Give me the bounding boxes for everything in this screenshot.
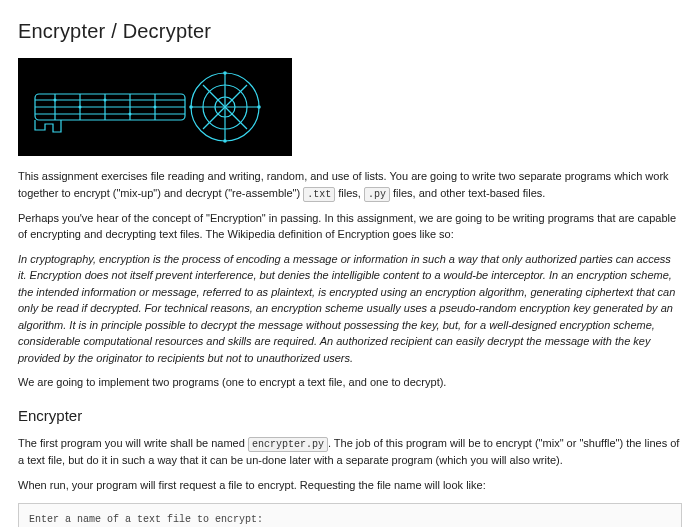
key-circuit-icon xyxy=(25,64,285,150)
prompt-block: Enter a name of a text file to encrypt: xyxy=(18,503,682,527)
svg-point-21 xyxy=(223,71,227,75)
enc1-lead: The first program you will write shall b… xyxy=(18,437,248,449)
when-run-paragraph: When run, your program will first reques… xyxy=(18,477,682,494)
hero-image xyxy=(18,58,292,156)
wikipedia-definition: In cryptography, encryption is the proce… xyxy=(18,251,682,367)
svg-point-23 xyxy=(223,139,227,143)
intro-tail: files, and other text-based files. xyxy=(390,187,545,199)
svg-point-22 xyxy=(257,105,261,109)
page-title: Encrypter / Decrypter xyxy=(18,16,682,46)
intro-paragraph: This assignment exercises file reading a… xyxy=(18,168,682,202)
svg-point-20 xyxy=(154,106,157,109)
svg-point-18 xyxy=(104,99,107,102)
two-programs-paragraph: We are going to implement two programs (… xyxy=(18,374,682,391)
svg-point-19 xyxy=(129,113,132,116)
concept-paragraph: Perhaps you've hear of the concept of "E… xyxy=(18,210,682,243)
svg-point-17 xyxy=(79,106,82,109)
chip-py: .py xyxy=(364,187,390,202)
svg-point-16 xyxy=(54,99,57,102)
encrypter-heading: Encrypter xyxy=(18,405,682,428)
svg-point-24 xyxy=(189,105,193,109)
encrypter-desc-1: The first program you will write shall b… xyxy=(18,435,682,469)
chip-encrypter-script: encrypter.py xyxy=(248,437,328,452)
intro-between1: files, xyxy=(335,187,364,199)
chip-txt: .txt xyxy=(303,187,335,202)
